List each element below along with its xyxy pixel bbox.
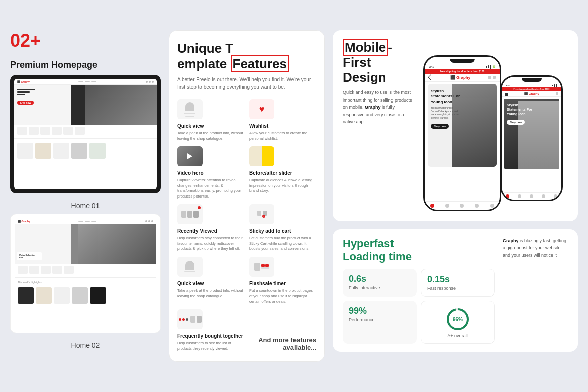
- back-icon: [428, 75, 433, 80]
- feature-desc-recently-viewed: Help customers stay connected to their f…: [177, 236, 244, 252]
- features-title-part1: Unique T: [177, 41, 233, 56]
- shipping-bar-main: Free shipping for all orders from $100: [425, 69, 500, 74]
- product-thumb: [36, 287, 52, 304]
- product-thumb: [35, 143, 51, 159]
- screen-products-2: [15, 285, 156, 306]
- feature-more: And more features available...: [249, 309, 316, 351]
- metric-card-fast-response: 0.15s Fast response: [421, 269, 495, 297]
- shop-now-btn-secondary[interactable]: Shop now: [507, 120, 525, 125]
- hero-model-dark: [85, 85, 157, 125]
- feature-desc-wishlist: Allow your customers to create the perso…: [249, 131, 316, 141]
- phone-notch-main: [450, 59, 475, 63]
- feature-quickview2: Quick view Take a peek at the product in…: [177, 257, 244, 305]
- perf-description: Graphy is blazingly fast, getting a giga…: [503, 237, 568, 259]
- middle-column: Unique T emplate Features A better Freei…: [169, 30, 325, 362]
- feature-sticky-cart: + Sticky add to cart Let customers buy t…: [249, 204, 316, 252]
- bag-bottom-icon: [460, 204, 464, 208]
- screen-topbar-1: ⬛ Graphy: [14, 79, 157, 85]
- phone-secondary-hero: Stylish Statements For Young Icon Shop n…: [504, 99, 559, 169]
- product-thumb: [71, 143, 87, 159]
- feature-desc-sticky-cart: Let customers buy the product with a Sti…: [249, 236, 316, 252]
- home1-preview-card[interactable]: ⬛ Graphy Live now: [10, 75, 161, 193]
- screen-hero-dark-1: Live now: [14, 85, 157, 125]
- home-bottom-icon: [430, 204, 434, 208]
- signal-bar: [486, 66, 487, 68]
- signal-bar: [488, 65, 489, 68]
- metric-card-overall: 96% A+ overall: [421, 301, 495, 344]
- phone-nav-main: ⬛ Graphy: [425, 74, 500, 82]
- phone-status-right: 🔋: [486, 65, 496, 69]
- screen-logo-1: ⬛ Graphy: [17, 80, 30, 83]
- feature-desc-freq-bought: Help customers to see the list of produc…: [177, 341, 244, 351]
- hero-overlay-text: Winter Collection 2024: [17, 252, 42, 260]
- product-thumb: [89, 143, 106, 159]
- mobile-title: Mobile-FirstDesign: [343, 40, 413, 85]
- screen-icons-2: [145, 220, 153, 222]
- feature-desc-before-after: Captivate audiences & leave a lasting im…: [249, 178, 316, 194]
- nav-icon-1: [488, 76, 491, 79]
- video-icon-box: [177, 146, 203, 166]
- bag-icon-sec: [530, 194, 533, 198]
- screen-icons-1: [146, 81, 154, 83]
- category-thumb: [29, 127, 39, 135]
- home2-preview-card[interactable]: ⬛ Graphy Winter Collection 2024: [10, 214, 161, 333]
- metric-label-performance: Performance: [349, 317, 411, 322]
- category-thumb: [41, 266, 51, 274]
- text-line: [17, 89, 35, 90]
- product-thumb: [90, 287, 106, 304]
- video-icon: [177, 146, 203, 166]
- text-line: [17, 94, 25, 95]
- red-dot-icon: [198, 206, 201, 209]
- home2-label: Home 02: [10, 341, 161, 349]
- heart-icon-sec: [542, 194, 545, 198]
- phone-hero-heading: Stylish Statements For Young Icon: [431, 89, 465, 105]
- category-thumb: [29, 266, 39, 274]
- phone-time: 9:41: [429, 65, 434, 68]
- screen-hero-text-1: Live now: [14, 85, 78, 110]
- nav-icon-2: [493, 76, 496, 79]
- mobile-subtitle: Quick and easy to use is the most import…: [343, 89, 413, 125]
- feature-name-before-after: Before/after slider: [249, 170, 316, 176]
- feature-name-flashsale: Flashsale timer: [249, 281, 316, 286]
- signal-bar: [490, 65, 491, 69]
- phone-nav-secondary: ⬛ Graphy: [502, 91, 561, 97]
- screen-products-1: [14, 141, 157, 161]
- shipping-text: Free shipping for all orders from $100: [440, 70, 485, 73]
- freq-bought-icon-box: [177, 309, 203, 329]
- phone-hero-content: Stylish Statements For Young Icon You ca…: [431, 89, 465, 129]
- user-icon-sec: [518, 194, 521, 198]
- separator: [15, 277, 156, 278]
- signal-bar-s: [554, 84, 555, 87]
- feature-row-4: Quick view Take a peek at the product in…: [177, 257, 316, 305]
- feature-before-after: Before/after slider Captivate audiences …: [249, 146, 316, 199]
- metric-label-fast-response: Fast response: [427, 286, 488, 291]
- feature-row-1: Quick view Take a peek at the product in…: [177, 99, 316, 141]
- features-grid: Quick view Take a peek at the product in…: [177, 99, 316, 351]
- metric-card-performance: 99% Performance: [343, 301, 417, 344]
- feature-desc-quick-view: Take a peek at the product info, without…: [177, 131, 244, 141]
- play-icon: [187, 153, 192, 159]
- product-thumb: [72, 287, 88, 304]
- mobile-text-area: Mobile-FirstDesign Quick and easy to use…: [343, 40, 413, 126]
- badge-number: 02+: [10, 30, 41, 51]
- text-line: [17, 91, 30, 93]
- category-thumb: [18, 266, 28, 274]
- screen-cats-2: [15, 264, 156, 275]
- phone-logo-secondary: ⬛ Graphy: [524, 92, 539, 95]
- live-now-badge: Live now: [17, 101, 34, 105]
- circular-progress: 96%: [445, 306, 471, 332]
- phone-logo-main: ⬛ Graphy: [450, 75, 470, 80]
- quickview2-icon-box: [177, 257, 203, 277]
- shop-now-btn[interactable]: Shop now: [431, 124, 449, 129]
- heart-icon: ♥: [259, 104, 265, 115]
- product-thumb: [53, 143, 69, 159]
- left-column: 02+ Premium Homepage ⬛ Graphy: [10, 30, 161, 349]
- hero-img-woman: [78, 224, 156, 264]
- secondary-hero-text: Stylish Statements For Young Icon Shop n…: [507, 103, 534, 125]
- metric-card-interactive: 0.6s Fully interactive: [343, 269, 417, 297]
- screen-hero-light-2: Winter Collection 2024: [15, 224, 156, 264]
- features-title: Unique T emplate Features: [177, 41, 316, 72]
- menu-bottom-icon: [490, 204, 494, 208]
- main-container: 02+ Premium Homepage ⬛ Graphy: [10, 30, 578, 362]
- feature-name-quick-view: Quick view: [177, 123, 244, 129]
